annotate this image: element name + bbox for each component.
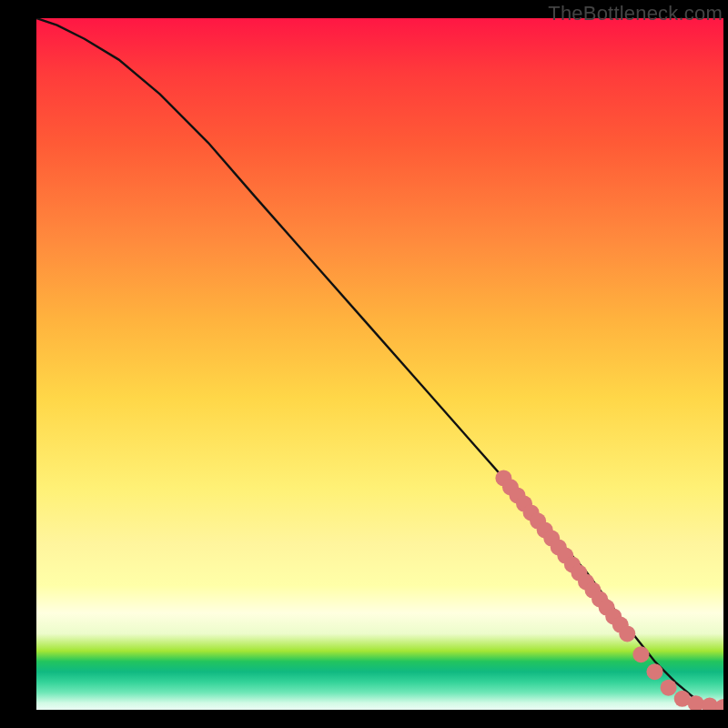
data-point <box>619 625 635 642</box>
data-point <box>502 479 519 495</box>
data-point <box>592 591 608 607</box>
curve-line <box>36 18 723 708</box>
data-point <box>510 487 526 503</box>
data-point <box>557 548 573 564</box>
data-point <box>530 513 546 530</box>
data-point <box>516 496 532 512</box>
data-point <box>551 539 567 555</box>
data-point <box>537 521 553 538</box>
chart-svg <box>36 18 723 710</box>
data-point <box>523 504 540 521</box>
data-point <box>605 608 622 624</box>
data-point <box>688 695 704 710</box>
data-point <box>571 565 587 581</box>
data-point <box>578 573 594 590</box>
data-point <box>599 600 615 616</box>
data-point <box>702 697 718 710</box>
data-point <box>661 680 677 696</box>
data-point <box>715 699 723 710</box>
data-point <box>564 556 581 572</box>
data-point <box>612 617 629 633</box>
data-point <box>495 470 511 486</box>
chart-frame: TheBottleneck.com <box>0 0 728 728</box>
watermark-text: TheBottleneck.com <box>548 2 723 25</box>
plot-area <box>36 18 723 710</box>
data-point <box>585 582 602 599</box>
data-point <box>632 646 649 662</box>
marker-group <box>495 470 723 710</box>
data-point <box>543 531 560 547</box>
data-point <box>674 691 691 707</box>
data-point <box>647 663 663 680</box>
